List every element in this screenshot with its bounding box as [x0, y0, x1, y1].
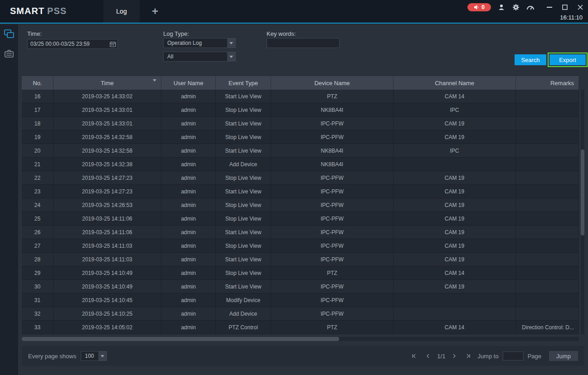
table-cell: admin — [161, 321, 216, 334]
table-row[interactable]: 212019-03-25 14:32:38adminAdd DeviceNK8B… — [22, 158, 579, 171]
performance-gauge-icon[interactable] — [526, 3, 535, 11]
log-type-select[interactable]: Operation Log — [163, 38, 236, 48]
column-header-user-name[interactable]: User Name — [161, 76, 216, 90]
table-cell: Start Live View — [216, 226, 271, 239]
keywords-input[interactable] — [267, 38, 340, 48]
table-row[interactable]: 312019-03-25 14:10:45adminModify DeviceI… — [22, 293, 579, 307]
table-cell: CAM 19 — [394, 185, 516, 198]
table-row[interactable]: 272019-03-25 14:11:03adminStop Live View… — [22, 239, 579, 253]
export-button[interactable]: Export — [549, 54, 586, 65]
table-cell: Start Live View — [216, 253, 271, 266]
table-row[interactable]: 232019-03-25 14:27:23adminStart Live Vie… — [22, 185, 579, 198]
column-header-remarks[interactable]: Remarks — [516, 76, 579, 90]
table-row[interactable]: 172019-03-25 14:33:01adminStop Live View… — [22, 103, 579, 117]
table-cell: IPC-PFW — [271, 239, 394, 252]
gear-icon[interactable] — [512, 3, 520, 11]
column-header-time[interactable]: Time — [53, 76, 161, 90]
table-row[interactable]: 292019-03-25 14:10:49adminStop Live View… — [22, 266, 579, 280]
table-row[interactable]: 252019-03-25 14:11:06adminStop Live View… — [22, 212, 579, 226]
table-cell: admin — [161, 171, 216, 184]
table-cell: IPC-PFW — [271, 212, 394, 225]
table-row[interactable]: 282019-03-25 14:11:03adminStart Live Vie… — [22, 253, 579, 266]
table-row[interactable]: 322019-03-25 14:10:25adminAdd DeviceIPC-… — [22, 307, 579, 321]
table-row[interactable]: 262019-03-25 14:11:06adminStart Live Vie… — [22, 226, 579, 239]
table-cell: Start Live View — [216, 280, 271, 293]
horizontal-scrollbar[interactable] — [22, 337, 579, 341]
minimize-icon[interactable] — [545, 3, 554, 11]
table-cell: CAM 19 — [394, 226, 516, 239]
table-cell: CAM 19 — [394, 280, 516, 293]
table-row[interactable]: 162019-03-25 14:33:02adminStart Live Vie… — [22, 90, 579, 103]
table-row[interactable]: 302019-03-25 14:10:49adminStart Live Vie… — [22, 280, 579, 293]
table-cell: admin — [161, 103, 216, 116]
table-cell: 24 — [22, 198, 53, 212]
table-cell: 2019-03-25 14:32:58 — [53, 144, 161, 157]
alarm-count: 0 — [481, 4, 485, 10]
table-cell: 2019-03-25 14:33:01 — [53, 117, 161, 130]
table-cell: PTZ — [271, 266, 394, 279]
table-cell — [516, 158, 579, 171]
table-row[interactable]: 202019-03-25 14:32:58adminStart Live Vie… — [22, 144, 579, 158]
user-icon[interactable] — [497, 3, 505, 11]
alarm-badge[interactable]: 0 — [467, 3, 491, 11]
table-cell — [516, 90, 579, 103]
table-cell — [516, 226, 579, 239]
table-cell: Stop Live View — [216, 239, 271, 252]
table-cell: admin — [161, 266, 216, 279]
table-cell: 2019-03-25 14:10:49 — [53, 266, 161, 279]
app-logo: SMARTPSS — [10, 6, 67, 16]
next-page-icon[interactable] — [449, 351, 459, 361]
column-header-device-name[interactable]: Device Name — [271, 76, 394, 90]
column-header-no[interactable]: No. — [22, 76, 53, 90]
table-cell: 30 — [22, 280, 53, 293]
page-size-select[interactable]: 100 — [81, 351, 107, 361]
table-row[interactable]: 332019-03-25 14:05:02adminPTZ ControlPTZ… — [22, 321, 579, 334]
table-row[interactable]: 222019-03-25 14:27:23adminStop Live View… — [22, 171, 579, 185]
log-category-sidebar — [0, 24, 18, 375]
previous-page-icon[interactable] — [423, 351, 433, 361]
search-button[interactable]: Search — [515, 54, 546, 65]
jump-to-input[interactable] — [503, 351, 524, 361]
table-cell: CAM 19 — [394, 253, 516, 266]
last-page-icon[interactable] — [463, 351, 473, 361]
add-tab-button[interactable]: + — [148, 4, 162, 19]
tab-log[interactable]: Log — [103, 0, 140, 23]
calendar-icon[interactable] — [109, 40, 117, 48]
chevron-down-icon — [98, 351, 107, 361]
page-label: Page — [528, 353, 541, 360]
jump-button[interactable]: Jump — [549, 351, 578, 361]
sort-desc-icon[interactable] — [153, 82, 156, 88]
pagination-bar: Every page shows 100 1/1 Jump to Page — [22, 346, 584, 366]
table-cell: PTZ — [271, 90, 394, 103]
time-range-input[interactable] — [27, 39, 118, 49]
table-row[interactable]: 182019-03-25 14:33:01adminStart Live Vie… — [22, 117, 579, 130]
table-cell: 32 — [22, 307, 53, 320]
table-cell: CAM 19 — [394, 117, 516, 130]
close-icon[interactable] — [576, 3, 584, 11]
log-page: Time: Log Type: Operation Log All Key wo… — [18, 24, 588, 375]
horizontal-scrollbar-thumb[interactable] — [22, 337, 339, 341]
sidebar-item-client-log[interactable] — [0, 24, 18, 44]
chevron-down-icon — [227, 52, 235, 61]
maximize-icon[interactable] — [561, 3, 569, 11]
vertical-scrollbar[interactable] — [581, 90, 584, 334]
table-cell: 18 — [22, 117, 53, 130]
table-row[interactable]: 192019-03-25 14:32:58adminStop Live View… — [22, 130, 579, 144]
table-cell: admin — [161, 293, 216, 307]
table-row[interactable]: 242019-03-25 14:26:53adminStop Live View… — [22, 198, 579, 212]
column-header-channel-name[interactable]: Channel Name — [394, 76, 516, 90]
table-cell: Stop Live View — [216, 266, 271, 279]
table-cell: Add Device — [216, 158, 271, 171]
device-log-icon — [5, 50, 14, 59]
table-cell — [394, 293, 516, 307]
log-subtype-select[interactable]: All — [163, 52, 236, 62]
table-cell: IPC-PFW — [271, 117, 394, 130]
table-cell: 2019-03-25 14:10:45 — [53, 293, 161, 307]
vertical-scrollbar-thumb[interactable] — [581, 149, 584, 236]
column-header-event-type[interactable]: Event Type — [216, 76, 271, 90]
sidebar-item-device-log[interactable] — [0, 44, 18, 64]
table-cell: admin — [161, 90, 216, 103]
every-page-shows-label: Every page shows — [28, 353, 76, 360]
first-page-icon[interactable] — [409, 351, 419, 361]
table-cell: CAM 14 — [394, 266, 516, 279]
